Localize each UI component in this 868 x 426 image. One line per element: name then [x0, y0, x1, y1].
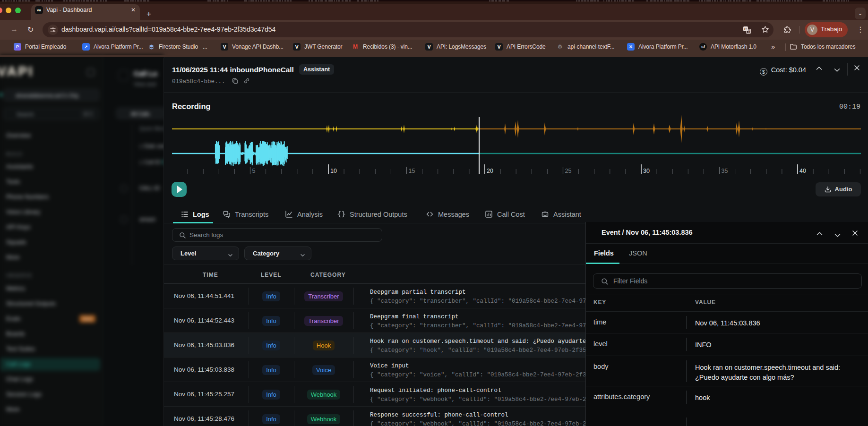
svg-text:15: 15 [409, 168, 415, 174]
svg-text:5: 5 [252, 168, 256, 174]
svg-text:10: 10 [330, 168, 337, 174]
svg-text:30: 30 [643, 168, 650, 174]
svg-text:35: 35 [722, 168, 728, 174]
svg-text:文: 文 [748, 29, 751, 33]
svg-text:20: 20 [487, 168, 493, 174]
svg-text:25: 25 [565, 168, 572, 174]
svg-text:40: 40 [799, 168, 806, 174]
